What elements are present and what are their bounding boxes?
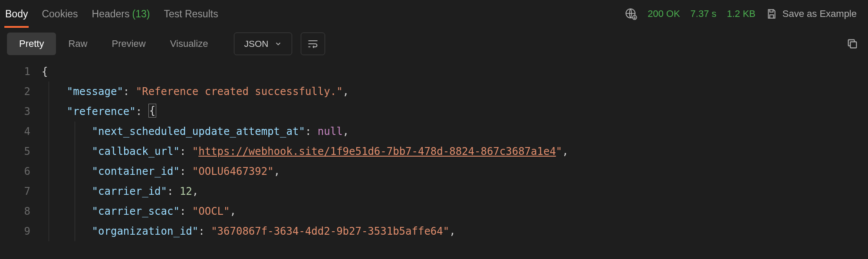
colon: : [198,225,204,237]
json-key: "message" [67,85,123,98]
view-preview[interactable]: Preview [99,33,158,55]
format-dropdown-label: JSON [244,39,268,49]
json-number: 12 [180,185,192,197]
line-number-gutter: 1 2 3 4 5 6 7 8 9 [0,62,42,241]
json-string: "OOCL" [192,205,230,217]
copy-button[interactable] [844,35,861,52]
svg-rect-2 [850,42,856,48]
tab-cookies[interactable]: Cookies [41,0,79,28]
cursor-brace: { [148,104,156,118]
json-key: "next_scheduled_update_attempt_at" [92,125,305,138]
json-link[interactable]: https://webhook.site/1f9e51d6-7bb7-478d-… [198,145,556,157]
comma: , [343,85,349,98]
response-body[interactable]: 1 2 3 4 5 6 7 8 9 { "message": "Referenc… [0,60,868,241]
line-number: 5 [0,141,30,161]
json-key: "reference" [67,105,136,118]
code-line: "carrier_id": 12, [42,181,868,201]
body-toolbar: Pretty Raw Preview Visualize JSON [0,28,868,60]
line-number: 6 [0,161,30,181]
colon: : [180,205,186,217]
response-tabs-left: Body Cookies Headers (13) Test Results [4,0,219,28]
comma: , [343,125,349,138]
line-number: 4 [0,121,30,141]
code-content: { "message": "Reference created successf… [42,62,868,241]
line-number: 3 [0,102,30,121]
globe-network-icon[interactable] [625,8,637,20]
quote: " [192,145,198,157]
tab-body[interactable]: Body [4,0,29,28]
response-tabs: Body Cookies Headers (13) Test Results 2… [0,0,868,28]
line-number: 9 [0,221,30,241]
chevron-down-icon [274,40,282,48]
line-number: 7 [0,181,30,201]
json-string: "3670867f-3634-4dd2-9b27-3531b5affe64" [211,225,449,237]
comma: , [192,185,198,197]
code-line: "container_id": "OOLU6467392", [42,161,868,181]
code-line: "organization_id": "3670867f-3634-4dd2-9… [42,221,868,241]
tab-test-results[interactable]: Test Results [163,0,219,28]
colon: : [136,105,142,118]
json-key: "callback_url" [92,145,180,157]
line-number: 2 [0,82,30,102]
tab-headers[interactable]: Headers (13) [91,0,151,28]
view-raw[interactable]: Raw [56,33,99,55]
line-wrap-button[interactable] [301,33,325,55]
copy-icon [846,38,858,50]
json-null: null [318,125,343,138]
view-mode-tabs: Pretty Raw Preview Visualize [7,33,220,55]
comma: , [562,145,568,157]
colon: : [180,145,186,157]
code-line: "message": "Reference created successful… [42,82,868,102]
save-as-example-button[interactable]: Save as Example [766,8,857,20]
code-line: "carrier_scac": "OOCL", [42,201,868,221]
comma: , [449,225,455,237]
json-string: "Reference created successfully." [136,85,343,98]
colon: : [180,165,186,177]
status-code: 200 OK [648,8,680,20]
tab-headers-count: (13) [132,8,150,20]
format-dropdown[interactable]: JSON [234,33,292,55]
save-icon [766,8,777,20]
save-as-example-label: Save as Example [783,8,857,20]
status-size: 1.2 KB [727,8,756,20]
colon: : [167,185,173,197]
colon: : [123,85,129,98]
comma: , [230,205,236,217]
response-meta: 200 OK 7.37 s 1.2 KB Save as Example [625,8,864,20]
line-number: 8 [0,201,30,221]
quote: " [556,145,562,157]
tab-headers-label: Headers [92,8,130,20]
brace: { [42,66,48,78]
comma: , [274,165,280,177]
colon: : [305,125,311,138]
json-key: "container_id" [92,165,180,177]
json-string: "OOLU6467392" [192,165,274,177]
code-line: "callback_url": "https://webhook.site/1f… [42,141,868,161]
json-key: "organization_id" [92,225,199,237]
json-key: "carrier_scac" [92,205,180,217]
code-line: "next_scheduled_update_attempt_at": null… [42,121,868,141]
code-line: "reference": { [42,102,868,121]
view-visualize[interactable]: Visualize [158,33,220,55]
code-line: { [42,62,868,82]
wrap-icon [307,38,319,50]
status-time: 7.37 s [690,8,717,20]
json-key: "carrier_id" [92,185,167,197]
svg-point-1 [633,16,637,20]
line-number: 1 [0,62,30,82]
view-pretty[interactable]: Pretty [7,33,56,55]
